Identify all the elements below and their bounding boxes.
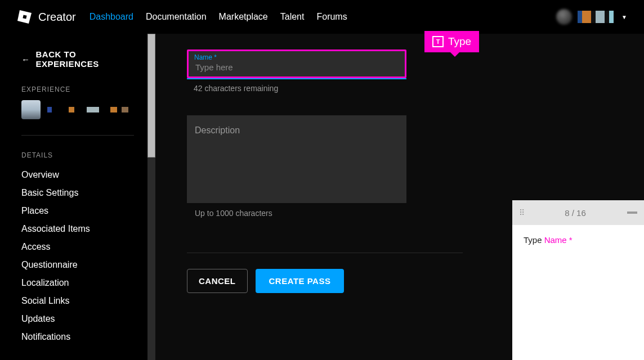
- name-label: Name *: [194, 53, 217, 61]
- type-callout-label: Type: [448, 35, 471, 48]
- sidebar-item-localization[interactable]: Localization: [21, 274, 134, 292]
- sidebar-scrollbar-thumb[interactable]: [147, 34, 155, 158]
- svg-rect-1: [23, 15, 26, 19]
- sidebar-item-questionnaire[interactable]: Questionnaire: [21, 256, 134, 274]
- sidebar-item-notifications[interactable]: Notifications: [21, 328, 134, 346]
- sidebar-scrollbar-track[interactable]: [147, 34, 155, 360]
- name-remaining: 42 characters remaining: [187, 79, 406, 93]
- sidebar-item-overview[interactable]: Overview: [21, 166, 134, 184]
- roblox-logo-icon: [17, 9, 33, 25]
- details-header: DETAILS: [21, 151, 134, 166]
- topnav-left: Creator Dashboard Documentation Marketpl…: [17, 9, 347, 25]
- arrow-left-icon: ←: [21, 55, 30, 64]
- tutorial-panel-body: Type Name *: [512, 225, 644, 255]
- experience-card[interactable]: [21, 100, 134, 135]
- experience-header: EXPERIENCE: [21, 86, 134, 100]
- chevron-down-icon[interactable]: ▼: [621, 14, 627, 20]
- brand-text: Creator: [38, 11, 76, 24]
- description-label: Description: [195, 125, 399, 136]
- avatar[interactable]: [556, 9, 572, 25]
- logo[interactable]: Creator: [17, 9, 76, 25]
- sidebar-divider: [21, 135, 134, 136]
- nav-forums[interactable]: Forums: [316, 12, 347, 22]
- sidebar-item-social-links[interactable]: Social Links: [21, 292, 134, 310]
- nav-talent[interactable]: Talent: [280, 12, 305, 22]
- nav-dashboard[interactable]: Dashboard: [90, 12, 133, 22]
- type-icon: T: [432, 36, 444, 47]
- tutorial-panel: ⠿ 8 / 16 Type Name *: [512, 200, 644, 360]
- name-field-group: Name *: [187, 50, 406, 78]
- name-input[interactable]: [189, 51, 405, 76]
- minimize-icon[interactable]: [627, 212, 637, 214]
- sidebar: ← BACK TO EXPERIENCES EXPERIENCE DETAILS…: [0, 34, 155, 360]
- sidebar-item-access[interactable]: Access: [21, 238, 134, 256]
- sidebar-item-updates[interactable]: Updates: [21, 310, 134, 328]
- description-hint: Up to 1000 characters: [187, 203, 406, 218]
- nav-documentation[interactable]: Documentation: [146, 12, 207, 22]
- sidebar-item-basic-settings[interactable]: Basic Settings: [21, 184, 134, 202]
- experience-thumbnail: [21, 100, 41, 119]
- sidebar-item-places[interactable]: Places: [21, 202, 134, 220]
- tutorial-panel-header: ⠿ 8 / 16: [512, 200, 644, 225]
- user-badge: [578, 11, 614, 23]
- description-field-group[interactable]: Description: [187, 115, 406, 203]
- form-area: Name * 42 characters remaining Descripti…: [187, 34, 406, 293]
- instruction-highlight: Name *: [544, 235, 573, 245]
- create-pass-button[interactable]: CREATE PASS: [256, 269, 345, 293]
- back-to-experiences[interactable]: ← BACK TO EXPERIENCES: [21, 34, 134, 86]
- topnav-right: ▼: [556, 9, 627, 25]
- nav-marketplace[interactable]: Marketplace: [219, 12, 268, 22]
- content-divider: [187, 253, 463, 253]
- step-counter: 8 / 16: [565, 208, 586, 218]
- sidebar-item-associated-items[interactable]: Associated Items: [21, 220, 134, 238]
- type-callout: T Type: [424, 31, 479, 52]
- top-nav: Creator Dashboard Documentation Marketpl…: [0, 0, 644, 34]
- nav-links: Dashboard Documentation Marketplace Tale…: [90, 12, 347, 22]
- experience-chips: [47, 107, 128, 112]
- drag-handle-icon[interactable]: ⠿: [519, 208, 524, 217]
- instruction-prefix: Type: [524, 235, 544, 245]
- button-row: CANCEL CREATE PASS: [187, 269, 406, 293]
- back-label: BACK TO EXPERIENCES: [36, 50, 135, 69]
- cancel-button[interactable]: CANCEL: [187, 269, 248, 293]
